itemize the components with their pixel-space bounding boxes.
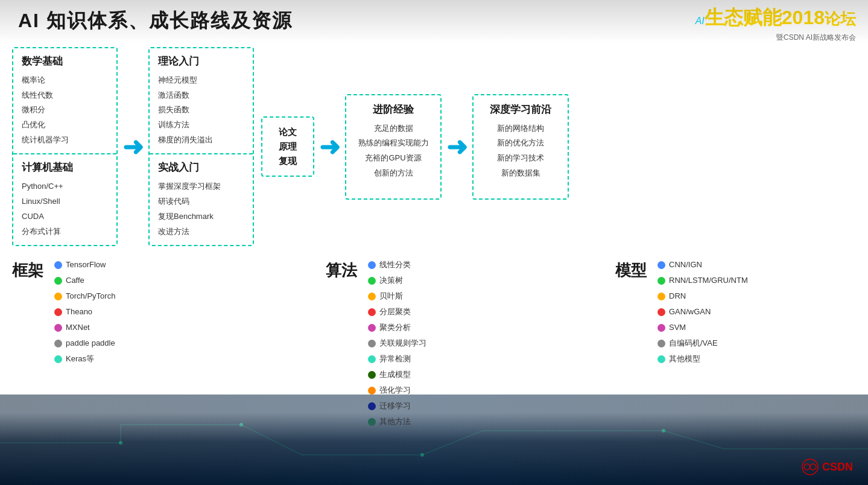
frameworks-list: TensorFlowCaffeTorch/PyTorchTheanoMXNetp… [54,257,115,367]
advanced-item-3: 充裕的GPU资源 [356,151,431,166]
model-name-5: 自编码机/VAE [669,335,718,351]
algorithm-name-5: 关联规则学习 [379,335,426,351]
algorithm-item-7: 生成模型 [368,367,426,382]
arrow-2: ➜ [319,132,340,162]
theory-item-4: 训练方法 [158,118,244,133]
model-name-4: SVM [669,320,686,335]
algorithm-item-8: 强化学习 [368,382,426,398]
algorithm-dot-1 [368,277,376,285]
model-name-0: CNN/IGN [669,257,702,273]
deep-item-3: 新的学习技术 [483,151,558,166]
arrow-3: ➜ [446,132,467,162]
algorithm-dot-2 [368,293,376,300]
header: AI 知识体系、成长路线及资源 [0,0,868,42]
framework-item-5: paddle paddle [54,335,115,351]
framework-item-1: Caffe [54,273,115,288]
framework-dot-2 [54,293,62,300]
algorithm-dot-9 [368,402,376,410]
csdn-icon [801,458,819,476]
advanced-item-1: 充足的数据 [356,121,431,136]
practice-item-2: 研读代码 [158,194,244,209]
flow-diagram: 数学基础 概率论 线性代数 微积分 凸优化 统计机器学习 计算机基础 Pytho… [12,47,856,246]
left-double-box: 数学基础 概率论 线性代数 微积分 凸优化 统计机器学习 计算机基础 Pytho… [12,47,118,246]
algorithm-item-6: 异常检测 [368,351,426,367]
svg-point-1 [804,464,810,470]
theory-items: 神经元模型 激活函数 损失函数 训练方法 梯度的消失溢出 [158,73,244,147]
cs-item-4: 分布式计算 [22,224,108,239]
algorithm-name-10: 其他方法 [379,414,411,430]
model-item-5: 自编码机/VAE [657,335,748,351]
theory-item-2: 激活函数 [158,88,244,103]
advanced-title: 进阶经验 [356,103,431,116]
algorithms-label: 算法 [326,260,362,281]
cs-section: 计算机基础 Python/C++ Linux/Shell CUDA 分布式计算 [13,154,116,245]
model-dot-5 [657,340,665,347]
practice-items: 掌握深度学习框架 研读代码 复现Benchmark 改进方法 [158,179,244,239]
framework-name-0: TensorFlow [66,257,106,273]
algorithm-name-7: 生成模型 [379,367,411,382]
framework-name-6: Keras等 [66,351,94,367]
algorithm-item-5: 关联规则学习 [368,335,426,351]
model-dot-3 [657,308,665,316]
math-item-4: 凸优化 [22,118,108,133]
framework-item-3: Theano [54,304,115,320]
bottom-section: 框架 TensorFlowCaffeTorch/PyTorchTheanoMXN… [12,257,856,430]
algorithm-name-8: 强化学习 [379,382,411,398]
math-title: 数学基础 [22,54,108,68]
cs-items: Python/C++ Linux/Shell CUDA 分布式计算 [22,179,108,239]
cs-title: 计算机基础 [22,160,108,174]
csdn-logo: CSDN [801,458,853,476]
model-dot-2 [657,293,665,300]
svg-point-2 [810,464,816,470]
models-category: 模型 CNN/IGNRNN/LSTM/GRU/NTMDRNGAN/wGANSVM… [615,257,808,430]
advanced-items: 充足的数据 熟练的编程实现能力 充裕的GPU资源 创新的方法 [356,121,431,181]
algorithm-name-2: 贝叶斯 [379,288,403,304]
model-name-6: 其他模型 [669,351,700,367]
math-item-5: 统计机器学习 [22,133,108,148]
algorithm-name-1: 决策树 [379,273,403,288]
framework-name-1: Caffe [66,273,84,288]
math-section: 数学基础 概率论 线性代数 微积分 凸优化 统计机器学习 [13,48,116,154]
cs-item-2: Linux/Shell [22,194,108,209]
cs-item-1: Python/C++ [22,179,108,194]
model-item-6: 其他模型 [657,351,748,367]
models-list: CNN/IGNRNN/LSTM/GRU/NTMDRNGAN/wGANSVM自编码… [657,257,748,367]
framework-dot-3 [54,308,62,316]
model-dot-1 [657,277,665,285]
framework-item-0: TensorFlow [54,257,115,273]
algorithm-dot-7 [368,371,376,379]
model-name-1: RNN/LSTM/GRU/NTM [669,273,748,288]
model-item-4: SVM [657,320,748,335]
framework-name-2: Torch/PyTorch [66,288,115,304]
paper-box: 论文原理复现 [261,116,314,177]
framework-item-2: Torch/PyTorch [54,288,115,304]
algorithm-item-0: 线性分类 [368,257,426,273]
theory-item-1: 神经元模型 [158,73,244,88]
math-item-3: 微积分 [22,103,108,118]
practice-item-1: 掌握深度学习框架 [158,179,244,194]
cs-item-3: CUDA [22,209,108,224]
algorithm-name-0: 线性分类 [379,257,411,273]
models-label: 模型 [615,260,651,281]
framework-name-4: MXNet [66,320,90,335]
algorithm-name-4: 聚类分析 [379,320,411,335]
deep-title: 深度学习前沿 [483,103,558,116]
framework-dot-5 [54,340,62,347]
deep-box: 深度学习前沿 新的网络结构 新的优化方法 新的学习技术 新的数据集 [472,94,569,200]
advanced-item-4: 创新的方法 [356,166,431,181]
theory-item-5: 梯度的消失溢出 [158,133,244,148]
framework-name-5: paddle paddle [66,335,115,351]
algorithm-item-1: 决策树 [368,273,426,288]
model-item-3: GAN/wGAN [657,304,748,320]
frameworks-category: 框架 TensorFlowCaffeTorch/PyTorchTheanoMXN… [12,257,193,430]
algorithm-item-2: 贝叶斯 [368,288,426,304]
algorithms-list: 线性分类决策树贝叶斯分层聚类聚类分析关联规则学习异常检测生成模型强化学习迁移学习… [368,257,426,430]
algorithm-dot-5 [368,340,376,347]
algorithm-dot-10 [368,418,376,426]
model-item-0: CNN/IGN [657,257,748,273]
practice-title: 实战入门 [158,160,244,174]
deep-item-2: 新的优化方法 [483,136,558,151]
deep-item-4: 新的数据集 [483,166,558,181]
algorithm-item-10: 其他方法 [368,414,426,430]
practice-item-3: 复现Benchmark [158,209,244,224]
